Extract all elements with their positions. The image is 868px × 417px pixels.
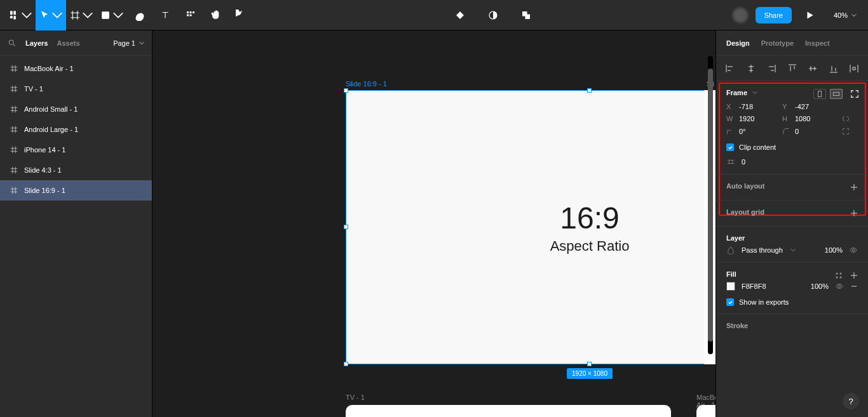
portrait-button[interactable] bbox=[813, 89, 826, 99]
dimensions-badge: 1920 × 1080 bbox=[567, 368, 613, 379]
frame-subheading: Aspect Ratio bbox=[550, 238, 630, 255]
rotation-icon bbox=[726, 127, 735, 136]
svg-point-17 bbox=[836, 277, 838, 279]
component-icon[interactable] bbox=[450, 0, 470, 30]
layer-row[interactable]: Android Small - 1 bbox=[0, 99, 152, 119]
add-auto-layout-icon[interactable] bbox=[850, 183, 858, 191]
layer-name: MacBook Air - 1 bbox=[24, 65, 74, 72]
frame-mac[interactable] bbox=[696, 405, 715, 417]
align-bottom-icon[interactable] bbox=[829, 63, 839, 74]
layout-grid-section[interactable]: Layout grid bbox=[716, 201, 868, 227]
shape-tool[interactable] bbox=[97, 0, 127, 30]
blend-mode-select[interactable]: Pass through bbox=[742, 246, 783, 254]
rotation-input[interactable]: 0° bbox=[739, 128, 777, 135]
zoom-select[interactable]: 40% bbox=[827, 11, 863, 19]
show-in-exports-checkbox[interactable] bbox=[726, 298, 734, 306]
text-tool[interactable] bbox=[153, 0, 178, 30]
svg-rect-8 bbox=[187, 14, 189, 16]
resize-handle[interactable] bbox=[587, 362, 592, 366]
auto-layout-section[interactable]: Auto layout bbox=[716, 175, 868, 201]
layers-tab[interactable]: Layers bbox=[25, 39, 48, 47]
align-right-icon[interactable] bbox=[766, 63, 776, 74]
h-input[interactable]: 1080 bbox=[795, 115, 833, 122]
prototype-tab[interactable]: Prototype bbox=[761, 39, 794, 47]
landscape-button[interactable] bbox=[830, 89, 843, 99]
assets-tab[interactable]: Assets bbox=[57, 39, 79, 47]
canvas[interactable]: Slide 16:9 - 1 16:9 Aspect Ratio 1920 × … bbox=[153, 30, 715, 417]
align-left-icon[interactable] bbox=[725, 63, 735, 74]
align-controls bbox=[716, 56, 868, 81]
align-hcenter-icon[interactable] bbox=[746, 63, 756, 74]
svg-rect-1 bbox=[13, 11, 16, 15]
resources-tool[interactable] bbox=[178, 0, 203, 30]
distribute-icon[interactable] bbox=[849, 63, 859, 74]
constrain-icon[interactable] bbox=[841, 114, 850, 123]
hand-tool[interactable] bbox=[203, 0, 229, 30]
layer-row[interactable]: iPhone 14 - 1 bbox=[0, 140, 152, 160]
selected-frame[interactable]: 16:9 Aspect Ratio 1920 × 1080 bbox=[346, 90, 715, 364]
align-vcenter-icon[interactable] bbox=[808, 63, 818, 74]
page-select[interactable]: Page 1 bbox=[113, 39, 144, 47]
top-toolbar: Share 40% bbox=[0, 0, 868, 30]
svg-rect-9 bbox=[190, 14, 192, 16]
search-icon[interactable] bbox=[8, 39, 17, 48]
frame-icon bbox=[10, 166, 18, 174]
selected-frame-label[interactable]: Slide 16:9 - 1 bbox=[346, 80, 387, 88]
v-scrollbar-track[interactable] bbox=[708, 56, 713, 354]
independent-corners-icon[interactable] bbox=[841, 127, 850, 136]
layer-row[interactable]: Android Large - 1 bbox=[0, 119, 152, 140]
user-avatar[interactable] bbox=[733, 8, 748, 23]
resize-handle[interactable] bbox=[344, 225, 348, 229]
x-input[interactable]: -718 bbox=[739, 103, 777, 110]
padding-icon bbox=[726, 157, 735, 166]
fill-hex-input[interactable]: F8F8F8 bbox=[742, 282, 766, 290]
layer-row[interactable]: Slide 16:9 - 1 bbox=[0, 180, 152, 201]
visibility-icon[interactable] bbox=[849, 246, 858, 255]
boolean-icon[interactable] bbox=[516, 0, 536, 30]
inspect-tab[interactable]: Inspect bbox=[805, 39, 830, 47]
layer-row[interactable]: TV - 1 bbox=[0, 79, 152, 99]
svg-point-13 bbox=[9, 40, 13, 44]
layer-name: Slide 16:9 - 1 bbox=[24, 187, 65, 194]
resize-handle[interactable] bbox=[587, 88, 592, 93]
frame-tool[interactable] bbox=[66, 0, 97, 30]
frame-icon bbox=[10, 146, 18, 154]
clip-content-checkbox[interactable] bbox=[726, 143, 734, 151]
fill-opacity-input[interactable]: 100% bbox=[811, 282, 829, 290]
pen-tool[interactable] bbox=[127, 0, 153, 30]
v-scrollbar-thumb[interactable] bbox=[708, 69, 713, 341]
y-input[interactable]: -427 bbox=[795, 103, 833, 110]
stroke-section[interactable]: Stroke bbox=[716, 314, 868, 340]
fill-section: Fill F8F8F8 100% Show in exports bbox=[716, 263, 868, 314]
frame-label-tv[interactable]: TV - 1 bbox=[346, 394, 365, 401]
padding-input[interactable]: 0 bbox=[742, 158, 745, 166]
share-button[interactable]: Share bbox=[756, 7, 792, 23]
blend-icon bbox=[726, 246, 735, 255]
radius-input[interactable]: 0 bbox=[795, 128, 833, 135]
help-button[interactable]: ? bbox=[843, 393, 859, 409]
main-menu-button[interactable] bbox=[5, 0, 36, 30]
fill-swatch[interactable] bbox=[726, 282, 735, 291]
move-tool[interactable] bbox=[36, 0, 66, 30]
frame-tv[interactable] bbox=[346, 405, 671, 417]
mask-icon[interactable] bbox=[483, 0, 503, 30]
remove-fill-icon[interactable] bbox=[850, 282, 858, 290]
style-icon[interactable] bbox=[835, 272, 843, 279]
comment-tool[interactable] bbox=[229, 0, 254, 30]
add-fill-icon[interactable] bbox=[850, 272, 858, 279]
fill-visibility-icon[interactable] bbox=[835, 282, 844, 291]
present-button[interactable] bbox=[799, 0, 820, 30]
frame-icon bbox=[10, 187, 18, 194]
frame-section: Frame X-718 Y-427 W1920 H1080 0° 0 bbox=[716, 81, 868, 175]
resize-handle[interactable] bbox=[344, 88, 348, 93]
add-grid-icon[interactable] bbox=[850, 209, 858, 217]
fit-icon[interactable] bbox=[850, 89, 859, 98]
layer-name: Slide 4:3 - 1 bbox=[24, 166, 62, 174]
align-top-icon[interactable] bbox=[787, 63, 797, 74]
resize-handle[interactable] bbox=[344, 362, 348, 366]
opacity-input[interactable]: 100% bbox=[825, 246, 843, 254]
w-input[interactable]: 1920 bbox=[739, 115, 777, 122]
layer-row[interactable]: MacBook Air - 1 bbox=[0, 58, 152, 79]
design-tab[interactable]: Design bbox=[726, 39, 750, 47]
layer-row[interactable]: Slide 4:3 - 1 bbox=[0, 160, 152, 180]
